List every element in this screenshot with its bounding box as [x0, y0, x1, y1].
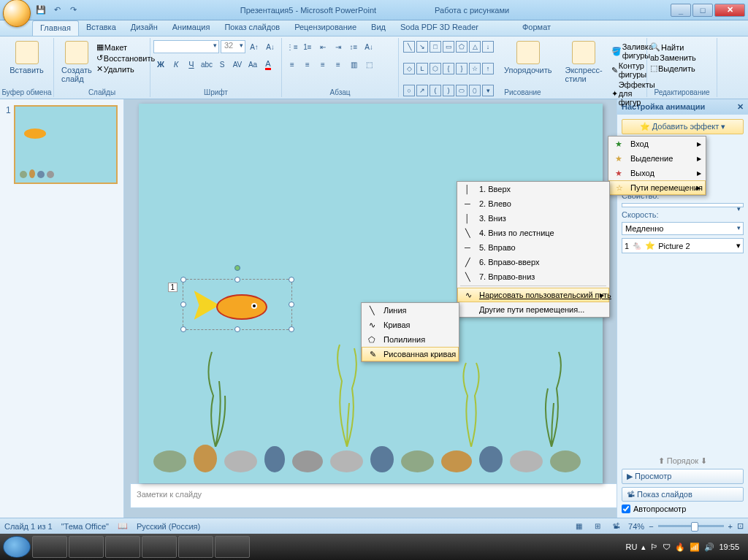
menu-item[interactable]: ★Вход▶ — [608, 137, 706, 151]
menu-item[interactable]: ☆Пути перемещения▶ — [608, 180, 706, 195]
slide-thumbnail[interactable] — [14, 105, 118, 184]
case-icon[interactable]: Aa — [245, 57, 260, 72]
tab-design[interactable]: Дизайн — [123, 20, 165, 36]
strike-icon[interactable]: abc — [199, 57, 214, 72]
menu-item[interactable]: ╲7. Вправо-вниз — [457, 269, 609, 284]
task-item[interactable] — [142, 536, 177, 558]
rotate-handle[interactable] — [234, 265, 240, 271]
tab-view[interactable]: Вид — [364, 20, 393, 36]
bullets-icon[interactable]: ⋮≡ — [285, 39, 299, 54]
tab-home[interactable]: Главная — [32, 20, 79, 36]
select-button[interactable]: ⬚ Выделить — [650, 64, 714, 73]
save-icon[interactable]: 💾 — [34, 3, 48, 18]
align-right-icon[interactable]: ≡ — [316, 57, 330, 72]
menu-item[interactable]: ∿Кривая — [362, 318, 459, 332]
sorter-view-icon[interactable]: ⊞ — [590, 519, 605, 534]
zoom-in-icon[interactable]: + — [728, 522, 733, 531]
menu-item[interactable]: │1. Вверх — [457, 182, 609, 196]
redo-icon[interactable]: ↷ — [66, 3, 80, 18]
minimize-button[interactable]: _ — [671, 4, 691, 17]
tray-icon[interactable]: 🏳 — [650, 542, 658, 551]
shrink-font-icon[interactable]: A↓ — [263, 39, 278, 54]
quickstyles-button[interactable]: Экспресс-стили — [560, 39, 606, 107]
textdir-icon[interactable]: A↓ — [362, 39, 376, 54]
undo-icon[interactable]: ↶ — [50, 3, 64, 18]
indent-inc-icon[interactable]: ⇥ — [331, 39, 346, 54]
italic-icon[interactable]: К — [169, 57, 183, 72]
tray-icon[interactable]: 🔥 — [675, 542, 685, 552]
layout-button[interactable]: ▦ Макет — [96, 42, 155, 52]
task-item[interactable] — [178, 536, 213, 558]
add-effect-button[interactable]: ⭐ Добавить эффект ▾ — [622, 119, 744, 134]
replace-button[interactable]: ab Заменить — [650, 53, 714, 62]
menu-item[interactable]: ─2. Влево — [457, 196, 609, 211]
smartart-icon[interactable]: ⬚ — [362, 57, 376, 72]
selection-box[interactable] — [183, 279, 292, 330]
start-button[interactable] — [3, 536, 31, 558]
speed-combo[interactable]: Медленно — [622, 222, 744, 235]
columns-icon[interactable]: ▥ — [346, 57, 361, 72]
menu-item[interactable]: ★Выход▶ — [608, 166, 706, 180]
fontcolor-icon[interactable]: A — [261, 57, 275, 72]
normal-view-icon[interactable]: ▦ — [571, 519, 586, 534]
spacing-icon[interactable]: AV — [230, 57, 245, 72]
tray-icon[interactable]: 🔊 — [704, 542, 714, 552]
indent-dec-icon[interactable]: ⇤ — [316, 39, 330, 54]
preview-button[interactable]: ▶ Просмотр — [622, 469, 744, 484]
maximize-button[interactable]: □ — [692, 4, 713, 17]
fontsize-combo[interactable]: 32 — [221, 40, 245, 53]
task-item[interactable] — [69, 536, 104, 558]
spellcheck-icon[interactable]: 📖 — [118, 521, 128, 531]
close-button[interactable]: ✕ — [714, 4, 745, 17]
task-item[interactable] — [105, 536, 140, 558]
new-slide-button[interactable]: Создать слайд — [57, 39, 96, 85]
menu-item[interactable]: ⬠Полилиния — [362, 332, 459, 347]
tray-lang[interactable]: RU — [626, 542, 638, 551]
notes-pane[interactable]: Заметки к слайду — [130, 483, 617, 508]
menu-item[interactable]: ─5. Вправо — [457, 240, 609, 255]
tab-format[interactable]: Формат — [515, 20, 558, 36]
menu-item[interactable]: ╱6. Вправо-вверх — [457, 255, 609, 269]
menu-item[interactable]: ★Выделение▶ — [608, 151, 706, 166]
menu-item[interactable]: ╲Линия — [362, 303, 459, 318]
numbering-icon[interactable]: 1≡ — [300, 39, 315, 54]
menu-item[interactable]: ╲4. Вниз по лестнице — [457, 226, 609, 240]
menu-item[interactable]: │3. Вниз — [457, 211, 609, 226]
underline-icon[interactable]: Ч — [184, 57, 199, 72]
linespacing-icon[interactable]: ↕≡ — [346, 39, 361, 54]
animation-list-item[interactable]: 1🐁⭐Picture 2▾ — [622, 238, 744, 253]
arrange-button[interactable]: Упорядочить — [500, 39, 556, 107]
task-item[interactable] — [32, 536, 67, 558]
menu-item[interactable]: Другие пути перемещения... — [457, 302, 609, 317]
align-center-icon[interactable]: ≡ — [300, 57, 315, 72]
tray-icon[interactable]: ▴ — [641, 542, 646, 552]
taskpane-close-icon[interactable]: ✕ — [737, 102, 744, 112]
tray-icon[interactable]: 🛡 — [663, 542, 671, 551]
reset-button[interactable]: ↺ Восстановить — [96, 53, 155, 63]
fit-window-icon[interactable]: ⊡ — [737, 521, 744, 531]
tab-insert[interactable]: Вставка — [79, 20, 123, 36]
zoom-slider[interactable] — [658, 525, 724, 527]
autopreview-checkbox[interactable]: Автопросмотр — [622, 505, 744, 513]
language-status[interactable]: Русский (Россия) — [137, 522, 200, 531]
tab-review[interactable]: Рецензирование — [287, 20, 364, 36]
slideshow-button[interactable]: 📽 Показ слайдов — [622, 487, 744, 502]
office-button[interactable] — [3, 0, 31, 27]
align-left-icon[interactable]: ≡ — [285, 57, 299, 72]
tab-slideshow[interactable]: Показ слайдов — [217, 20, 287, 36]
find-button[interactable]: 🔍 Найти — [650, 42, 714, 52]
property-combo[interactable] — [622, 203, 744, 207]
tab-soda[interactable]: Soda PDF 3D Reader — [393, 20, 486, 36]
paste-button[interactable]: Вставить — [3, 39, 50, 76]
menu-item[interactable]: ∿Нарисовать пользовательский путь▶ — [457, 288, 609, 302]
tray-icon[interactable]: 📶 — [690, 542, 700, 552]
justify-icon[interactable]: ≡ — [331, 57, 346, 72]
zoom-level[interactable]: 74% — [628, 522, 644, 531]
grow-font-icon[interactable]: A↑ — [247, 39, 262, 54]
font-combo[interactable] — [153, 40, 219, 53]
shadow-icon[interactable]: S — [215, 57, 229, 72]
tab-animation[interactable]: Анимация — [165, 20, 218, 36]
bold-icon[interactable]: Ж — [153, 57, 168, 72]
slideshow-view-icon[interactable]: 📽 — [609, 519, 624, 534]
tray-clock[interactable]: 19:55 — [719, 542, 739, 551]
